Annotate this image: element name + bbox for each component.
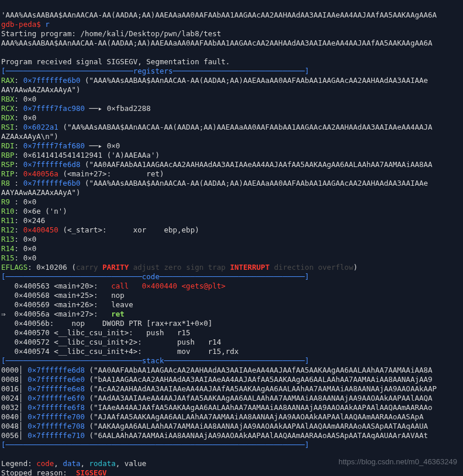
eflags-label: EFLAGS bbox=[1, 263, 27, 272]
stack-content: ("AAKAAgAA6AALAAhAA7AAMAAiAA8AANAAjAA9AA… bbox=[85, 422, 428, 430]
stack-addr: 0×7ffffffe710 bbox=[27, 431, 85, 440]
stack-header: [───────────────────────────────stack───… bbox=[1, 356, 309, 365]
stack-off: 0032│ bbox=[1, 403, 27, 412]
reg-r8-note: ("AAA%AAsAABAA$AAnAACAA-AA(AADAA;AA)AAEA… bbox=[80, 179, 428, 187]
reg-rcx-val: 0×7ffff7fac980 bbox=[23, 104, 85, 113]
legend-rodata: rodata bbox=[89, 459, 116, 468]
reg-r12: R12 bbox=[1, 225, 15, 234]
gdb-prompt: gdb-peda$ bbox=[1, 20, 45, 29]
watermark: https://blog.csdn.net/m0_46363249 bbox=[338, 457, 457, 467]
footer-dash: [───────────────────────────────────────… bbox=[1, 440, 309, 449]
stack-content: ("bAA1AAGAAcAA2AAHAAdAA3AAIAAeAA4AAJAAfA… bbox=[85, 375, 433, 384]
reg-rdx-val: 0×0 bbox=[23, 113, 37, 122]
reg-r11-val: 0×246 bbox=[23, 216, 46, 225]
reg-r14: R14 bbox=[1, 244, 15, 253]
code-ret: ret bbox=[111, 310, 125, 318]
stack-off: 0016│ bbox=[1, 384, 27, 393]
flag-sign: sign bbox=[186, 263, 203, 272]
legend-value: , value bbox=[116, 459, 147, 468]
reg-rax-note: ("AAA%AAsAABAA$AAnAACAA-AA(AADAA;AA)AAEA… bbox=[80, 76, 428, 85]
reg-rbx-val: 0×0 bbox=[23, 95, 37, 103]
flag-overflow: overflow bbox=[318, 263, 353, 272]
reg-r10-val: 0×6e ('n') bbox=[23, 207, 67, 216]
code-call-op: call bbox=[111, 282, 142, 290]
reg-rbx: RBX bbox=[1, 95, 15, 103]
reg-rsi-note: ("AA%AAsAABAA$AAnAACAA-AA(AADAA;AA)AAEAA… bbox=[58, 123, 433, 131]
reg-rbp-val: : 0×6141414541412941 ('A)AAEAAa') bbox=[15, 151, 160, 159]
code-line: 0×40056b: nop DWORD PTR [rax+rax*1+0×0] bbox=[1, 319, 212, 328]
code-line: 0×400569 <main+26>: leave bbox=[1, 300, 133, 309]
code-header: [───────────────────────────────code────… bbox=[1, 272, 309, 281]
registers-header: [─────────────────────────────registers─… bbox=[1, 67, 309, 75]
reg-rcx: RCX bbox=[1, 104, 15, 113]
reg-r8: R8 bbox=[1, 179, 15, 187]
stopped-reason-value: SIGSEGV bbox=[76, 468, 107, 476]
stack-addr: 0×7ffffffe6f0 bbox=[27, 394, 85, 402]
reg-rdi-note: ──▸ 0×0 bbox=[85, 141, 120, 150]
reg-rdi-val: 0×7ffff7faf680 bbox=[23, 141, 85, 150]
flag-parity: PARITY bbox=[102, 263, 129, 272]
code-call-target: 0×400440 <gets@plt> bbox=[142, 282, 226, 290]
code-line: 0×400574 <__libc_csu_init+4>: mov r15,rd… bbox=[1, 347, 239, 356]
stopped-reason-label: Stopped reason: bbox=[1, 468, 76, 476]
legend-data: data bbox=[63, 459, 80, 468]
starting-program: Starting program: /home/kali/Desktop/pwn… bbox=[1, 29, 221, 38]
reg-rdx: RDX bbox=[1, 113, 15, 122]
stack-content: ("IAAeAA4AAJAAfAA5AAKAAgAA6AALAAhAA7AAMA… bbox=[85, 403, 433, 412]
reg-r15-val: 0×0 bbox=[23, 253, 37, 262]
reg-r13-val: 0×0 bbox=[23, 235, 37, 244]
reg-rsp: RSP bbox=[1, 160, 15, 169]
reg-rsp-val: 0×7ffffffe6d8 bbox=[23, 160, 81, 169]
reg-rbp: RBP bbox=[1, 151, 15, 159]
stack-content: ("AcAA2AAHAAdAA3AAIAAeAA4AAJAAfAA5AAKAAg… bbox=[85, 384, 437, 393]
legend-prefix: Legend: bbox=[1, 459, 36, 468]
reg-rip-val: 0×40056a bbox=[23, 169, 58, 178]
reg-r10: R10 bbox=[1, 207, 15, 216]
reg-rdi: RDI bbox=[1, 141, 15, 150]
reg-rip: RIP bbox=[1, 169, 15, 178]
eflags-value: : 0×10206 ( bbox=[27, 263, 76, 272]
reg-rsp-note: ("AA0AAFAAbAA1AAGAAcAA2AAHAAdAA3AAIAAeAA… bbox=[80, 160, 432, 169]
stack-off: 0040│ bbox=[1, 412, 27, 421]
stack-off: 0056│ bbox=[1, 431, 27, 440]
reg-rax: RAX bbox=[1, 76, 15, 85]
gdb-command: r bbox=[45, 20, 50, 29]
stack-content: ("AA0AAFAAbAA1AAGAAcAA2AAHAAdAA3AAIAAeAA… bbox=[85, 366, 433, 374]
reg-r14-val: 0×0 bbox=[23, 244, 37, 253]
code-line: 0×400572 <__libc_csu_init+2>: push r14 bbox=[1, 338, 221, 346]
stack-addr: 0×7ffffffe700 bbox=[27, 412, 85, 421]
stack-addr: 0×7ffffffe6e0 bbox=[27, 375, 85, 384]
reg-rcx-note: ──▸ 0×fbad2288 bbox=[85, 104, 151, 113]
reg-r13: R13 bbox=[1, 235, 15, 244]
code-line-current: ⇒ 0×40056a <main+27>: bbox=[1, 310, 111, 318]
legend-sep: , bbox=[81, 459, 89, 468]
reg-rsi-val: 0×6022a1 bbox=[23, 123, 58, 131]
flag-direction: direction bbox=[274, 263, 314, 272]
reg-rsi: RSI bbox=[1, 123, 15, 131]
sigsegv-line: Program received signal SIGSEGV, Segment… bbox=[1, 57, 230, 66]
program-input-echo: AAA%AAsAABAA$AAnAACAA-AA(AADAA;AA)AAEAAa… bbox=[1, 39, 433, 47]
reg-rip-note: (<main+27>: ret) bbox=[58, 169, 164, 178]
reg-r9: R9 bbox=[1, 197, 15, 206]
terminal[interactable]: 'AAA%AAsAABAA$AAnAACAA-AA(AADAA;AA)AAEAA… bbox=[0, 0, 463, 476]
flag-interrupt: INTERRUPT bbox=[230, 263, 269, 272]
flag-zero: zero bbox=[164, 263, 182, 272]
reg-r8-cont: AAYAAwAAZAAxAAyA") bbox=[1, 188, 80, 197]
eflags-suffix: ) bbox=[353, 263, 358, 272]
flag-carry: carry bbox=[76, 263, 98, 272]
code-line: 0×400568 <main+25>: nop bbox=[1, 291, 125, 300]
stack-content: ("AJAAfAA5AAKAAgAA6AALAAhAA7AAMAAiAA8AAN… bbox=[85, 412, 423, 421]
stack-addr: 0×7ffffffe6f8 bbox=[27, 403, 85, 412]
reg-rsi-cont: AZAAxAAyA\n") bbox=[1, 132, 58, 141]
stack-off: 0000│ bbox=[1, 366, 27, 374]
stack-content: ("AAdAA3AAIAAeAA4AAJAAfAA5AAKAAgAA6AALAA… bbox=[85, 394, 433, 402]
input-echo: 'AAA%AAsAABAA$AAnAACAA-AA(AADAA;AA)AAEAA… bbox=[1, 11, 437, 19]
code-line: 0×400570 <__libc_csu_init>: push r15 bbox=[1, 328, 191, 337]
reg-r15: R15 bbox=[1, 253, 15, 262]
reg-r12-note: (<_start>: xor ebp,ebp) bbox=[58, 225, 199, 234]
stack-off: 0048│ bbox=[1, 422, 27, 430]
reg-r9-val: 0×0 bbox=[23, 197, 37, 206]
flag-trap: trap bbox=[208, 263, 226, 272]
code-line: 0×400563 <main+20>: bbox=[1, 282, 111, 290]
stack-off: 0008│ bbox=[1, 375, 27, 384]
